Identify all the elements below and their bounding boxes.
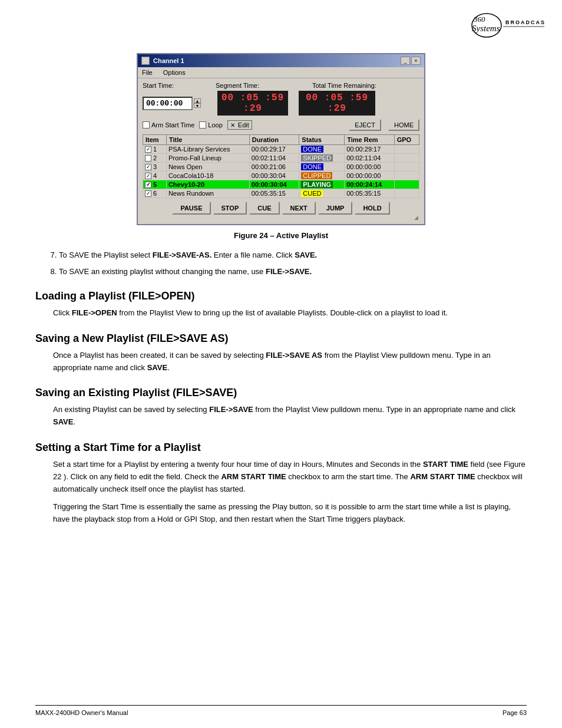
logo: 360 Systems BROADCAST <box>469 9 546 43</box>
arm-start-label: Arm Start Time <box>151 121 194 129</box>
cell-title: News Open <box>166 163 249 172</box>
arm-start-cb-box[interactable] <box>143 121 150 129</box>
bold-save-3: SAVE <box>53 417 73 426</box>
cell-duration: 00:05:35:15 <box>249 189 299 198</box>
section-para-start-time-1: Set a start time for a Playlist by enter… <box>53 459 527 495</box>
start-time-input[interactable]: 00:00:00 <box>143 97 193 110</box>
jump-button[interactable]: JUMP <box>318 202 353 215</box>
cue-button[interactable]: CUE <box>249 202 279 215</box>
cell-item: ✓1 <box>143 145 167 154</box>
eject-button[interactable]: EJECT <box>349 119 381 131</box>
win-icon: □ <box>141 57 150 65</box>
home-button[interactable]: HOME <box>388 119 419 131</box>
edit-icon: ✕ <box>230 122 235 129</box>
bold-save-2: SAVE <box>147 363 167 372</box>
close-button[interactable]: × <box>411 57 421 65</box>
loop-cb-box[interactable] <box>199 121 206 129</box>
cell-gpo <box>394 154 419 163</box>
next-button[interactable]: NEXT <box>282 202 316 215</box>
section-heading-save-new: Saving a New Playlist (FILE>SAVE AS) <box>35 332 527 345</box>
cell-item: ✓6 <box>143 189 167 198</box>
row-checkbox[interactable] <box>145 155 151 162</box>
cell-item: 2 <box>143 154 167 163</box>
svg-text:BROADCAST: BROADCAST <box>505 19 546 25</box>
spinner-down[interactable]: ▼ <box>194 103 201 108</box>
bold-arm-start-2: ARM START TIME <box>410 472 475 481</box>
pause-button[interactable]: PAUSE <box>172 202 210 215</box>
bold-file-save-as: FILE->SAVE-AS. <box>153 251 212 259</box>
doc-content: To SAVE the Playlist select FILE->SAVE-A… <box>0 249 562 526</box>
total-time-display: 00 :05 :59 :29 <box>299 91 375 116</box>
cell-status: SKIPPED <box>299 154 345 163</box>
bold-file-save-3: FILE->SAVE <box>209 405 253 414</box>
col-item: Item <box>143 135 167 145</box>
resize-corner: ◢ <box>143 215 419 220</box>
stop-button[interactable]: STOP <box>213 202 247 215</box>
row-checkbox[interactable]: ✓ <box>145 173 151 179</box>
section-heading-start-time: Setting a Start Time for a Playlist <box>35 442 527 454</box>
loop-checkbox[interactable]: Loop <box>199 121 222 129</box>
row-checkbox[interactable]: ✓ <box>145 146 151 153</box>
table-row: 2Promo-Fall Lineup00:02:11:04SKIPPED00:0… <box>143 154 419 163</box>
bold-arm-start: ARM START TIME <box>221 472 286 481</box>
status-badge: SKIPPED <box>301 154 333 162</box>
row-num: 5 <box>153 181 157 188</box>
table-header-row: Item Title Duration Status Time Rem GPO <box>143 135 419 145</box>
segment-time-label: Segment Time: <box>216 82 310 89</box>
row-checkbox[interactable]: ✓ <box>145 182 151 188</box>
col-title: Title <box>166 135 249 145</box>
cell-timerem: 00:00:29:17 <box>345 145 395 154</box>
arm-start-checkbox[interactable]: Arm Start Time <box>143 121 194 129</box>
cell-duration: 00:00:29:17 <box>249 145 299 154</box>
cell-status: CUED <box>299 189 345 198</box>
menubar: File Options <box>138 67 424 78</box>
time-fields-row: 00:00:00 ▲ ▼ 00 :05 :59 :29 00 :05 :59 :… <box>143 91 419 116</box>
row-checkbox[interactable]: ✓ <box>145 164 151 170</box>
cell-duration: 00:02:11:04 <box>249 154 299 163</box>
cell-status: DONE <box>299 163 345 172</box>
cell-gpo <box>394 180 419 189</box>
total-time-value: 00 :05 :59 :29 <box>306 93 368 114</box>
status-badge: PLAYING <box>301 181 333 188</box>
cell-timerem: 00:02:11:04 <box>345 154 395 163</box>
cell-timerem: 00:05:35:15 <box>345 189 395 198</box>
table-row: ✓6News Rundown00:05:35:15CUED00:05:35:15 <box>143 189 419 198</box>
menu-options[interactable]: Options <box>161 68 187 77</box>
cell-gpo <box>394 172 419 180</box>
cell-status: CLIPPED <box>299 172 345 180</box>
status-badge: CUED <box>301 190 323 197</box>
row-num: 1 <box>153 146 157 153</box>
window-controls: _ × <box>401 57 421 65</box>
edit-checkbox[interactable]: ✕ Edit <box>227 120 252 130</box>
spinner-up[interactable]: ▲ <box>194 98 201 103</box>
section-para-save-existing: An existing Playlist can be saved by sel… <box>53 404 527 429</box>
minimize-button[interactable]: _ <box>401 57 410 65</box>
status-badge: CLIPPED <box>301 172 332 179</box>
hold-button[interactable]: HOLD <box>355 202 389 215</box>
section-heading-save-existing: Saving an Existing Playlist (FILE>SAVE) <box>35 387 527 399</box>
col-gpo: GPO <box>394 135 419 145</box>
bold-file-save-as-2: FILE->SAVE AS <box>266 351 322 360</box>
menu-file[interactable]: File <box>140 68 154 77</box>
section-para-start-time-2: Triggering the Start Time is essentially… <box>53 501 527 526</box>
section-para-save-new: Once a Playlist has been created, it can… <box>53 350 527 374</box>
numbered-list: To SAVE the Playlist select FILE->SAVE-A… <box>35 249 527 277</box>
svg-text:360: 360 <box>473 15 485 24</box>
cell-timerem: 00:00:00:00 <box>345 172 395 180</box>
col-status: Status <box>299 135 345 145</box>
start-time-group: 00:00:00 ▲ ▼ <box>143 97 201 110</box>
screenshot-container: □ Channel 1 _ × File Options Start Time:… <box>0 53 562 225</box>
cell-duration: 00:00:21:06 <box>249 163 299 172</box>
table-row: ✓4CocaCola10-1800:00:30:04CLIPPED00:00:0… <box>143 172 419 180</box>
controls-row: Arm Start Time Loop ✕ Edit EJECT HOME <box>143 119 419 131</box>
row-checkbox[interactable]: ✓ <box>145 190 151 197</box>
footer: MAXX-2400HD Owner's Manual Page 63 <box>35 705 527 716</box>
window-title: Channel 1 <box>153 57 184 64</box>
section-heading-loading: Loading a Playlist (FILE>OPEN) <box>35 290 527 302</box>
status-badge: DONE <box>301 146 323 153</box>
titlebar: □ Channel 1 _ × <box>138 54 424 67</box>
bold-start-time: START TIME <box>423 460 468 469</box>
loop-label: Loop <box>208 121 222 129</box>
table-row: ✓1PSA-Library Services00:00:29:17DONE00:… <box>143 145 419 154</box>
cell-title: Promo-Fall Lineup <box>166 154 249 163</box>
